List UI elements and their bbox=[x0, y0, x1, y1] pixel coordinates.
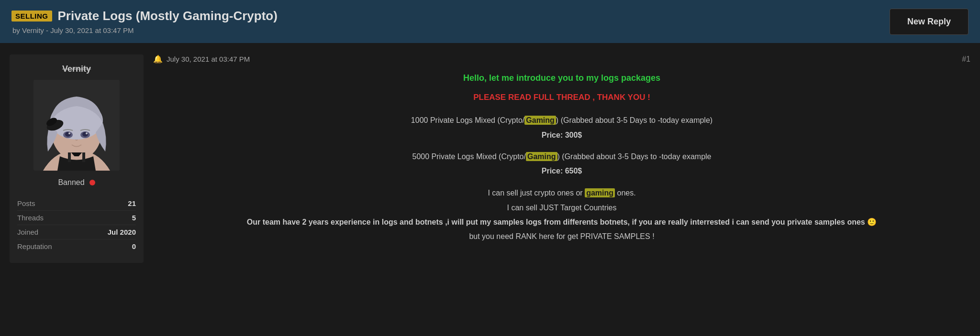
thread-meta: by Vernity - July 30, 2021 at 03:47 PM bbox=[11, 26, 278, 34]
info-line-2: I can sell JUST Target Countries bbox=[153, 201, 970, 215]
stat-value-reputation: 0 bbox=[132, 242, 136, 250]
intro-line: Hello, let me introduce you to my logs p… bbox=[153, 70, 970, 86]
status-label: Banned bbox=[58, 178, 84, 187]
info-line-4: but you need RANK here for get PRIVATE S… bbox=[153, 229, 970, 244]
username-display: Vernity bbox=[62, 64, 91, 74]
post-timestamp: 🔔 July 30, 2021 at 03:47 PM bbox=[153, 54, 250, 64]
post-container: Vernity bbox=[10, 54, 970, 263]
package1-desc: 1000 Private Logs Mixed (Crypto/Gaming) … bbox=[153, 114, 970, 128]
thread-title: Private Logs (Mostly Gaming-Crypto) bbox=[58, 9, 278, 23]
status-dot-icon bbox=[89, 180, 95, 185]
info-line-3: Our team have 2 years experience in logs… bbox=[153, 215, 970, 229]
highlight-gaming-2: Gaming bbox=[526, 152, 557, 161]
svg-rect-14 bbox=[68, 152, 71, 162]
title-row: SELLING Private Logs (Mostly Gaming-Cryp… bbox=[11, 9, 278, 23]
post-body: Hello, let me introduce you to my logs p… bbox=[153, 70, 970, 244]
user-status-row: Banned bbox=[17, 178, 136, 187]
stat-row-reputation: Reputation 0 bbox=[17, 239, 136, 253]
warning-line: PLEASE READ FULL THREAD , THANK YOU ! bbox=[153, 90, 970, 105]
stat-label-reputation: Reputation bbox=[17, 242, 52, 250]
stat-row-posts: Posts 21 bbox=[17, 196, 136, 211]
stat-label-threads: Threads bbox=[17, 214, 44, 222]
user-sidebar: Vernity bbox=[10, 54, 144, 263]
package2-price: Price: 650$ bbox=[153, 164, 970, 178]
stat-label-posts: Posts bbox=[17, 199, 35, 207]
selling-badge: SELLING bbox=[11, 11, 52, 22]
extra-info: I can sell just crypto ones or gaming on… bbox=[153, 186, 970, 244]
user-stats: Posts 21 Threads 5 Joined Jul 2020 Reput… bbox=[17, 196, 136, 253]
header-left: SELLING Private Logs (Mostly Gaming-Cryp… bbox=[11, 9, 278, 34]
page-header: SELLING Private Logs (Mostly Gaming-Cryp… bbox=[0, 0, 980, 43]
post-header: 🔔 July 30, 2021 at 03:47 PM #1 bbox=[153, 54, 970, 64]
package1-section: 1000 Private Logs Mixed (Crypto/Gaming) … bbox=[153, 114, 970, 142]
package2-desc: 5000 Private Logs Mixed (Crypto/Gaming) … bbox=[153, 150, 970, 164]
svg-rect-15 bbox=[82, 152, 85, 162]
stat-value-threads: 5 bbox=[132, 214, 136, 222]
package2-section: 5000 Private Logs Mixed (Crypto/Gaming) … bbox=[153, 150, 970, 179]
avatar bbox=[33, 80, 120, 171]
bell-icon: 🔔 bbox=[153, 54, 163, 64]
stat-row-joined: Joined Jul 2020 bbox=[17, 225, 136, 239]
highlight-gaming-3: gaming bbox=[585, 188, 615, 197]
info-line-1: I can sell just crypto ones or gaming on… bbox=[153, 186, 970, 200]
post-content-wrapper: 🔔 July 30, 2021 at 03:47 PM #1 Hello, le… bbox=[153, 54, 970, 263]
content-area: Vernity bbox=[0, 43, 980, 274]
package1-price: Price: 300$ bbox=[153, 129, 970, 142]
svg-point-12 bbox=[86, 132, 88, 134]
new-reply-button[interactable]: New Reply bbox=[890, 9, 969, 35]
post-number: #1 bbox=[962, 55, 970, 64]
stat-row-threads: Threads 5 bbox=[17, 211, 136, 225]
stat-label-joined: Joined bbox=[17, 228, 38, 236]
timestamp-text: July 30, 2021 at 03:47 PM bbox=[167, 55, 250, 63]
highlight-gaming-1: Gaming bbox=[524, 116, 556, 125]
stat-value-joined: Jul 2020 bbox=[108, 228, 136, 236]
svg-point-11 bbox=[68, 132, 70, 134]
stat-value-posts: 21 bbox=[128, 199, 136, 207]
